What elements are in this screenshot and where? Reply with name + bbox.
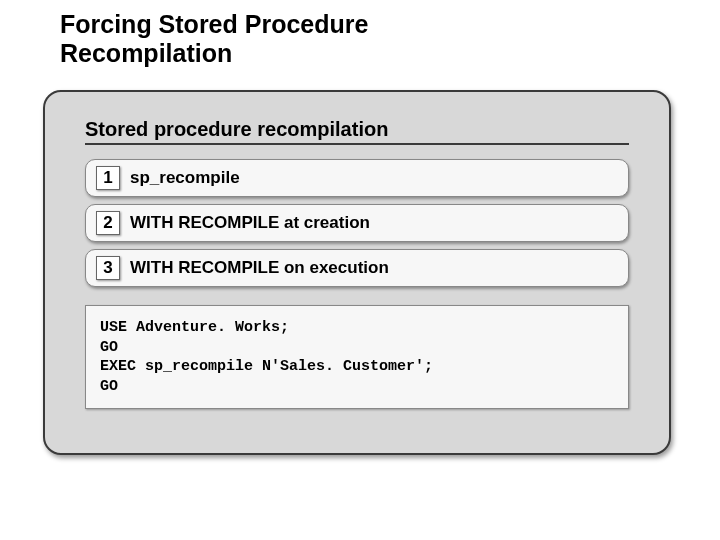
title-line-2: Recompilation [60,39,232,67]
section-heading: Stored procedure recompilation [85,118,629,145]
code-block: USE Adventure. Works; GO EXEC sp_recompi… [85,305,629,409]
item-label: sp_recompile [130,168,240,188]
slide-title: Forcing Stored Procedure Recompilation [60,10,368,68]
number-badge: 2 [96,211,120,235]
number-badge: 1 [96,166,120,190]
list-item: 1 sp_recompile [85,159,629,197]
item-label: WITH RECOMPILE at creation [130,213,370,233]
title-line-1: Forcing Stored Procedure [60,10,368,38]
list-item: 3 WITH RECOMPILE on execution [85,249,629,287]
content-panel: Stored procedure recompilation 1 sp_reco… [43,90,671,455]
number-badge: 3 [96,256,120,280]
item-label: WITH RECOMPILE on execution [130,258,389,278]
list-item: 2 WITH RECOMPILE at creation [85,204,629,242]
